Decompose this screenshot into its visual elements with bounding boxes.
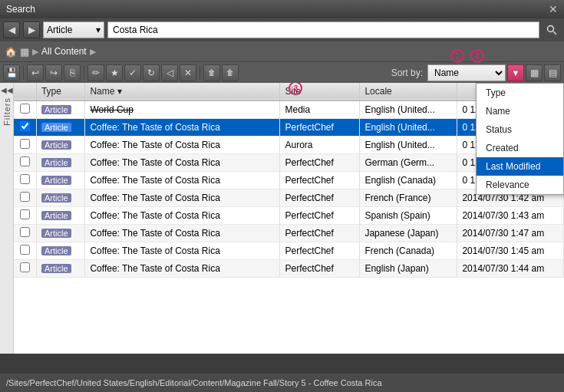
row-site: PerfectChef: [280, 225, 360, 242]
row-name[interactable]: Coffee: The Taste of Costa Rica: [85, 172, 280, 189]
row-site: PerfectChef: [280, 242, 360, 260]
row-site: PerfectChef: [280, 189, 360, 207]
dropdown-item-status[interactable]: Status: [477, 120, 563, 139]
row-checkbox[interactable]: [14, 119, 36, 137]
save-button[interactable]: 💾: [3, 64, 20, 81]
edit-button[interactable]: ✏: [87, 64, 104, 81]
view-grid-button[interactable]: ▤: [544, 64, 561, 81]
row-checkbox[interactable]: [14, 189, 36, 207]
row-site: Media: [280, 100, 360, 119]
delete-button-2[interactable]: 🗑: [222, 64, 239, 81]
row-site: PerfectChef: [280, 207, 360, 225]
view-list-button[interactable]: ▦: [526, 64, 543, 81]
sort-by-label: Sort by:: [391, 68, 423, 78]
header-name[interactable]: Name ▾ 3: [85, 83, 280, 100]
favorite-button[interactable]: ★: [106, 64, 123, 81]
filter-expand-button[interactable]: ◀◀: [1, 86, 13, 94]
svg-line-1: [553, 31, 556, 35]
annotation-2: 2: [470, 49, 484, 63]
row-name[interactable]: World Cup: [85, 100, 280, 119]
back-button[interactable]: ◀: [3, 21, 20, 38]
title-text: Search: [6, 4, 35, 15]
row-name[interactable]: Coffee: The Taste of Costa Rica: [85, 207, 280, 225]
row-locale: French (France): [360, 189, 457, 207]
toolbar-sep-3: [200, 66, 200, 80]
annotation-1: 1: [450, 49, 464, 63]
header-type[interactable]: Type: [36, 83, 85, 100]
row-checkbox[interactable]: [14, 172, 36, 189]
row-name[interactable]: Coffee: The Taste of Costa Rica: [85, 260, 280, 278]
toolbar-row: 💾 ↩ ↪ ⎘ ✏ ★ ✓ ↻ ◁ ✕ 🗑 🗑 Sort by: 1 2 Nam…: [0, 61, 564, 83]
delete-button-1[interactable]: 🗑: [203, 64, 220, 81]
row-type: Article: [36, 100, 85, 119]
row-name[interactable]: Coffee: The Taste of Costa Rica: [85, 137, 280, 154]
breadcrumb-sep-1: ▶: [32, 47, 38, 57]
dropdown-item-created[interactable]: Created: [477, 139, 563, 157]
row-site: PerfectChef: [280, 260, 360, 278]
table-row[interactable]: ArticleCoffee: The Taste of Costa RicaPe…: [14, 207, 564, 225]
row-name[interactable]: Coffee: The Taste of Costa Rica: [85, 189, 280, 207]
toolbar-sep-1: [23, 66, 24, 80]
dropdown-item-relevance[interactable]: Relevance: [477, 176, 563, 194]
row-checkbox[interactable]: [14, 225, 36, 242]
filter-label: Filters: [2, 97, 12, 126]
close-button[interactable]: ✕: [180, 64, 196, 81]
copy-button[interactable]: ⎘: [64, 64, 81, 81]
row-name[interactable]: Coffee: The Taste of Costa Rica: [85, 119, 280, 137]
row-checkbox[interactable]: [14, 137, 36, 154]
row-locale: English (United...: [360, 137, 457, 154]
row-name[interactable]: Coffee: The Taste of Costa Rica: [85, 225, 280, 242]
search-icon: [546, 25, 557, 35]
filter-panel: ◀◀ Filters: [0, 83, 14, 354]
toolbar-sep-2: [84, 66, 84, 80]
sort-dropdown[interactable]: Name Type Status Created Last Modified R…: [427, 64, 506, 81]
row-date: 2014/07/30 1:43 am: [457, 207, 564, 225]
breadcrumb-sep-2: ▶: [90, 47, 96, 57]
row-name[interactable]: Coffee: The Taste of Costa Rica: [85, 242, 280, 260]
row-site: PerfectChef: [280, 172, 360, 189]
row-type: Article: [36, 207, 85, 225]
prev-button[interactable]: ◁: [161, 64, 178, 81]
row-date: 2014/07/30 1:47 am: [457, 225, 564, 242]
dropdown-item-last-modified[interactable]: Last Modified: [477, 157, 563, 176]
row-type: Article: [36, 119, 85, 137]
table-row[interactable]: ArticleCoffee: The Taste of Costa RicaPe…: [14, 225, 564, 242]
grid-icon[interactable]: ▦: [20, 46, 29, 58]
status-bar: /Sites/PerfectChef/United States/English…: [0, 374, 564, 392]
row-locale: French (Canada): [360, 242, 457, 260]
title-bar: Search ✕: [0, 0, 564, 18]
row-checkbox[interactable]: [14, 207, 36, 225]
row-checkbox[interactable]: [14, 100, 36, 119]
row-locale: English (Canada): [360, 172, 457, 189]
search-button[interactable]: [543, 21, 561, 38]
breadcrumb-all-content[interactable]: All Content: [41, 46, 87, 57]
type-dropdown-arrow: ▾: [96, 25, 101, 35]
row-locale: Spanish (Spain): [360, 207, 457, 225]
sort-direction-button[interactable]: ▼: [507, 64, 524, 81]
dropdown-item-name[interactable]: Name: [477, 102, 563, 120]
forward-button[interactable]: ▶: [23, 21, 40, 38]
refresh-button[interactable]: ↻: [143, 64, 160, 81]
redo-button[interactable]: ↪: [45, 64, 62, 81]
row-checkbox[interactable]: [14, 154, 36, 172]
close-window-button[interactable]: ✕: [549, 4, 558, 15]
table-row[interactable]: ArticleCoffee: The Taste of Costa RicaPe…: [14, 242, 564, 260]
table-container: Type Name ▾ 3 Site Locale ArticleWorld C…: [14, 83, 564, 354]
search-row: ◀ ▶ Article ▾: [0, 18, 564, 41]
row-checkbox[interactable]: [14, 242, 36, 260]
type-dropdown[interactable]: Article ▾: [43, 21, 104, 38]
dropdown-item-type[interactable]: Type: [477, 84, 563, 102]
status-text: /Sites/PerfectChef/United States/English…: [6, 378, 382, 387]
content-area: ◀◀ Filters Type Name ▾ 3 Site Locale: [0, 83, 564, 354]
undo-button[interactable]: ↩: [27, 64, 44, 81]
type-dropdown-value: Article: [47, 25, 72, 35]
search-input[interactable]: [107, 21, 539, 38]
row-checkbox[interactable]: [14, 260, 36, 278]
home-icon[interactable]: 🏠: [5, 46, 17, 58]
check-button[interactable]: ✓: [124, 64, 141, 81]
row-name[interactable]: Coffee: The Taste of Costa Rica: [85, 154, 280, 172]
row-type: Article: [36, 154, 85, 172]
table-row[interactable]: ArticleCoffee: The Taste of Costa RicaPe…: [14, 260, 564, 278]
row-site: PerfectChef: [280, 154, 360, 172]
header-locale[interactable]: Locale: [360, 83, 457, 100]
